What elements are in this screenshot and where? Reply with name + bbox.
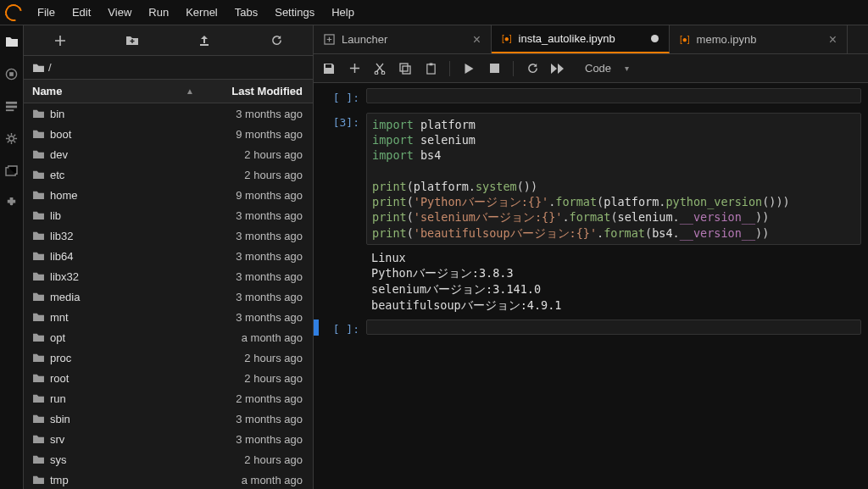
- menu-tabs[interactable]: Tabs: [226, 3, 266, 22]
- code-input[interactable]: import platform import selenium import b…: [366, 113, 861, 245]
- paste-button[interactable]: [424, 63, 437, 75]
- file-name: dev: [50, 148, 68, 161]
- file-row[interactable]: lib3 months ago: [24, 205, 313, 225]
- file-row[interactable]: dev2 hours ago: [24, 144, 313, 164]
- file-row[interactable]: srv3 months ago: [24, 429, 313, 449]
- col-modified[interactable]: Last Modified: [203, 85, 313, 97]
- tab-memo-ipynb[interactable]: [●]memo.ipynb×: [670, 25, 848, 53]
- folder-icon: [32, 353, 45, 363]
- run-button[interactable]: [462, 64, 476, 74]
- settings-gear-icon[interactable]: [4, 131, 19, 146]
- file-row[interactable]: tmpa month ago: [24, 470, 313, 489]
- svg-rect-13: [426, 64, 434, 73]
- file-name: bin: [50, 108, 64, 120]
- jupyter-logo: [2, 1, 25, 24]
- file-row[interactable]: proc2 hours ago: [24, 347, 313, 368]
- file-name: srv: [50, 433, 64, 446]
- folder-icon: [32, 434, 45, 444]
- close-icon[interactable]: ×: [473, 32, 481, 47]
- folder-icon: [32, 373, 45, 383]
- menu-run[interactable]: Run: [140, 3, 177, 22]
- tab-label: insta_autolike.ipynb: [519, 32, 615, 45]
- file-name: libx32: [50, 270, 79, 283]
- commands-icon[interactable]: [4, 98, 19, 114]
- cut-button[interactable]: [373, 63, 387, 75]
- file-row[interactable]: opta month ago: [24, 327, 313, 347]
- svg-rect-2: [6, 101, 17, 103]
- tab-launcher[interactable]: Launcher×: [314, 25, 492, 53]
- restart-run-all-button[interactable]: [551, 64, 565, 74]
- refresh-button[interactable]: [251, 34, 302, 47]
- file-row[interactable]: bin3 months ago: [24, 103, 313, 124]
- new-launcher-button[interactable]: [35, 35, 86, 47]
- file-name: home: [50, 189, 78, 202]
- add-cell-button[interactable]: [348, 63, 361, 74]
- file-row[interactable]: root2 hours ago: [24, 368, 313, 388]
- upload-button[interactable]: [179, 35, 230, 47]
- code-input[interactable]: [366, 320, 861, 335]
- file-modified: 9 months ago: [203, 128, 313, 141]
- file-header: Name▲ Last Modified: [24, 80, 313, 103]
- cell-type-select[interactable]: Code ▾: [576, 62, 629, 75]
- folder-icon: [32, 169, 45, 180]
- menu-kernel[interactable]: Kernel: [177, 3, 226, 22]
- folder-icon[interactable]: [4, 34, 19, 49]
- file-name: run: [50, 392, 66, 405]
- file-name: sbin: [50, 413, 70, 425]
- notebook-icon: [●]: [680, 35, 690, 44]
- tab-bar: Launcher×[●]insta_autolike.ipynb[●]memo.…: [314, 25, 868, 54]
- code-input[interactable]: [366, 88, 861, 103]
- menu-settings[interactable]: Settings: [266, 3, 323, 22]
- file-name: media: [50, 291, 80, 303]
- file-row[interactable]: sbin3 months ago: [24, 408, 313, 429]
- file-row[interactable]: lib323 months ago: [24, 225, 313, 246]
- chevron-down-icon: ▾: [625, 64, 629, 73]
- tab-insta_autolike-ipynb[interactable]: [●]insta_autolike.ipynb: [492, 25, 670, 53]
- file-row[interactable]: etc2 hours ago: [24, 164, 313, 185]
- save-button[interactable]: [322, 63, 336, 75]
- restart-button[interactable]: [526, 62, 539, 75]
- file-modified: 3 months ago: [203, 291, 313, 303]
- copy-button[interactable]: [398, 63, 412, 75]
- sort-caret-icon: ▲: [186, 86, 194, 96]
- tab-label: Launcher: [342, 33, 387, 46]
- extension-icon[interactable]: [4, 195, 19, 210]
- file-modified: a month ago: [203, 474, 313, 486]
- code-cell[interactable]: [ ]:: [314, 320, 868, 336]
- file-row[interactable]: boot9 months ago: [24, 124, 313, 144]
- col-name[interactable]: Name▲: [24, 85, 203, 97]
- file-name: opt: [50, 331, 65, 344]
- code-cell[interactable]: [ ]:: [314, 88, 868, 104]
- menu-edit[interactable]: Edit: [64, 3, 99, 22]
- file-row[interactable]: media3 months ago: [24, 286, 313, 307]
- file-row[interactable]: sys2 hours ago: [24, 449, 313, 470]
- file-row[interactable]: run2 months ago: [24, 388, 313, 408]
- file-row[interactable]: libx323 months ago: [24, 266, 313, 286]
- file-modified: 2 hours ago: [203, 372, 313, 385]
- file-row[interactable]: lib643 months ago: [24, 246, 313, 266]
- menu-file[interactable]: File: [29, 3, 64, 22]
- code-cell[interactable]: [3]: import platform import selenium imp…: [314, 113, 868, 314]
- menu-help[interactable]: Help: [323, 3, 363, 22]
- menubar: FileEditViewRunKernelTabsSettingsHelp: [0, 0, 868, 25]
- svg-rect-3: [6, 105, 17, 108]
- menu-view[interactable]: View: [99, 3, 140, 22]
- file-name: lib32: [50, 230, 73, 242]
- file-modified: 3 months ago: [203, 413, 313, 425]
- tabs-icon[interactable]: [4, 163, 19, 178]
- file-name: sys: [50, 453, 67, 466]
- new-folder-button[interactable]: [107, 35, 158, 46]
- folder-icon: [32, 231, 45, 241]
- breadcrumb[interactable]: /: [24, 56, 313, 80]
- folder-icon: [32, 312, 45, 322]
- file-modified: 3 months ago: [203, 250, 313, 263]
- svg-rect-15: [490, 64, 499, 73]
- file-row[interactable]: mnt3 months ago: [24, 307, 313, 327]
- stop-button[interactable]: [487, 64, 501, 73]
- file-row[interactable]: home9 months ago: [24, 185, 313, 205]
- svg-rect-12: [403, 66, 410, 74]
- file-toolbar: [24, 25, 313, 56]
- file-list: bin3 months agoboot9 months agodev2 hour…: [24, 103, 313, 489]
- close-icon[interactable]: ×: [829, 32, 837, 47]
- running-icon[interactable]: [4, 66, 19, 81]
